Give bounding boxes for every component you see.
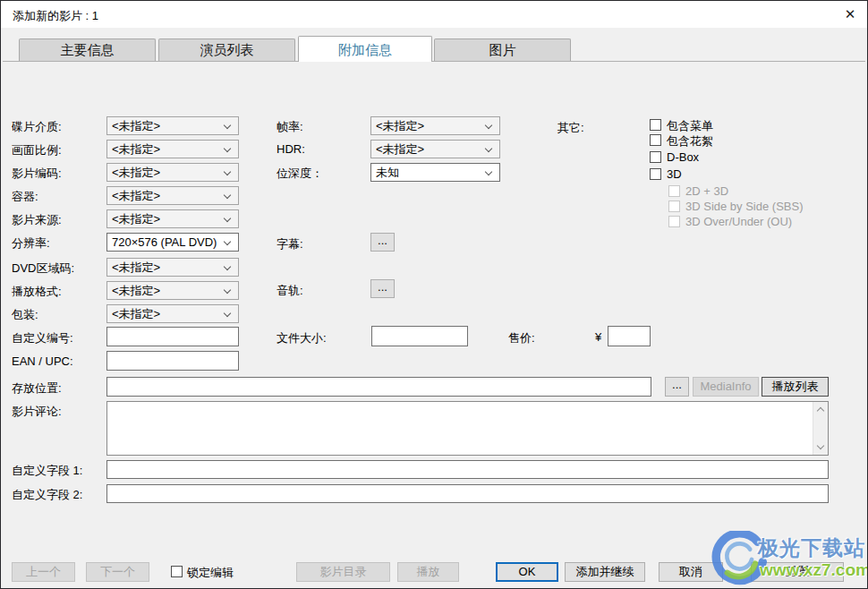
- tab-actor-list[interactable]: 演员列表: [158, 38, 295, 61]
- scroll-up-icon[interactable]: [817, 407, 824, 414]
- video-codec-select[interactable]: <未指定>: [106, 163, 239, 182]
- comments-scrollbar[interactable]: [813, 402, 828, 455]
- audio-track-label: 音轨:: [277, 283, 303, 299]
- chevron-down-icon: [224, 145, 231, 152]
- tab-main-info[interactable]: 主要信息: [19, 38, 156, 61]
- dvd-region-label: DVD区域码:: [12, 260, 74, 277]
- source-label: 影片来源:: [12, 212, 62, 228]
- select-value: <未指定>: [112, 307, 160, 320]
- hdr-select[interactable]: <未指定>: [370, 140, 500, 158]
- resolution-select[interactable]: 720×576 (PAL DVD): [106, 233, 239, 252]
- add-movie-dialog: 添加新的影片 : 1 ✕ 主要信息 演员列表 附加信息 图片 碟片介质: <未指…: [0, 0, 868, 589]
- window-title: 添加新的影片 : 1: [13, 8, 98, 24]
- framerate-select[interactable]: <未指定>: [370, 116, 500, 135]
- select-value: <未指定>: [112, 189, 160, 202]
- custom-field-2-input[interactable]: [106, 484, 829, 503]
- checkbox-includes-extras[interactable]: [650, 134, 661, 146]
- select-value: <未指定>: [112, 142, 160, 156]
- chevron-down-icon: [224, 310, 231, 317]
- select-value: <未指定>: [112, 284, 160, 297]
- framerate-label: 帧率:: [277, 119, 303, 135]
- custom-field-1-label: 自定义字段 1:: [12, 463, 82, 479]
- chevron-down-icon: [224, 286, 231, 294]
- close-icon[interactable]: ✕: [840, 5, 860, 23]
- chevron-down-icon: [224, 122, 231, 129]
- select-value: <未指定>: [112, 260, 160, 274]
- checkbox-dbox[interactable]: [650, 151, 661, 163]
- checkbox-3d-sbs: [668, 201, 680, 212]
- tabstrip-divider: [3, 61, 865, 62]
- audio-browse-button[interactable]: ...: [370, 279, 395, 298]
- chevron-down-icon: [224, 263, 231, 270]
- chevron-down-icon: [485, 145, 492, 152]
- checkbox-2d-plus-3d: [668, 185, 680, 197]
- comments-textarea[interactable]: [106, 401, 829, 456]
- playback-format-select[interactable]: <未指定>: [106, 281, 239, 300]
- comments-label: 影片评论:: [12, 404, 62, 420]
- bit-depth-label: 位深度：: [277, 166, 323, 182]
- resolution-label: 分辨率:: [12, 235, 50, 252]
- disc-medium-select[interactable]: <未指定>: [106, 116, 239, 135]
- file-size-input[interactable]: [371, 326, 468, 346]
- select-value: 未知: [376, 166, 399, 179]
- mediainfo-button: MediaInfo: [693, 377, 759, 397]
- ok-button[interactable]: OK: [496, 562, 558, 582]
- packaging-select[interactable]: <未指定>: [106, 304, 239, 323]
- select-value: <未指定>: [112, 212, 160, 226]
- watermark-site-name: 极光下载站: [758, 534, 865, 562]
- other-group-label: 其它:: [557, 120, 584, 136]
- tab-pictures[interactable]: 图片: [434, 38, 571, 61]
- location-label: 存放位置:: [12, 380, 62, 397]
- select-value: <未指定>: [112, 166, 160, 179]
- bit-depth-select[interactable]: 未知: [370, 163, 500, 182]
- chevron-down-icon: [485, 122, 492, 129]
- subtitles-label: 字幕:: [277, 236, 303, 252]
- lock-edit-checkbox[interactable]: [171, 566, 183, 577]
- checkbox-label: 包含花絮: [667, 133, 713, 149]
- hdr-label: HDR:: [277, 142, 305, 156]
- catalog-button: 影片目录: [296, 562, 390, 582]
- disc-medium-label: 碟片介质:: [12, 119, 62, 135]
- checkbox-3d[interactable]: [650, 168, 661, 180]
- play-button: 播放: [397, 562, 459, 582]
- source-select[interactable]: <未指定>: [106, 209, 239, 228]
- select-value: <未指定>: [376, 119, 424, 132]
- select-value: <未指定>: [376, 142, 424, 156]
- custom-number-input[interactable]: [106, 327, 239, 346]
- chevron-down-icon: [224, 238, 231, 245]
- chevron-down-icon: [224, 215, 231, 222]
- playlist-button[interactable]: 播放列表: [762, 377, 829, 397]
- checkbox-label: D-Box: [667, 150, 699, 164]
- lock-edit-label: 锁定编辑: [187, 565, 234, 581]
- custom-field-1-input[interactable]: [106, 460, 829, 479]
- ean-upc-label: EAN / UPC:: [12, 354, 73, 368]
- checkbox-label: 3D: [667, 167, 682, 181]
- container-select[interactable]: <未指定>: [106, 186, 239, 205]
- ean-upc-input[interactable]: [106, 351, 239, 371]
- select-value: <未指定>: [112, 119, 160, 132]
- location-browse-button[interactable]: ...: [665, 377, 689, 397]
- chevron-down-icon: [485, 168, 492, 175]
- price-label: 售价:: [508, 330, 535, 346]
- dvd-region-select[interactable]: <未指定>: [106, 258, 239, 277]
- checkbox-label: 3D Side by Side (SBS): [685, 200, 804, 213]
- checkbox-label: 3D Over/Under (OU): [685, 215, 792, 228]
- checkbox-includes-menu[interactable]: [650, 119, 661, 131]
- packaging-label: 包装:: [12, 307, 38, 323]
- file-size-label: 文件大小:: [277, 330, 327, 346]
- subtitles-browse-button[interactable]: ...: [370, 233, 395, 252]
- add-continue-button[interactable]: 添加并继续: [565, 562, 645, 582]
- previous-button: 上一个: [12, 562, 75, 582]
- price-input[interactable]: [608, 326, 651, 346]
- currency-symbol: ¥: [595, 330, 601, 344]
- aspect-ratio-select[interactable]: <未指定>: [106, 140, 239, 158]
- cancel-button[interactable]: 取消: [659, 562, 723, 582]
- custom-field-2-label: 自定义字段 2:: [12, 487, 82, 503]
- video-codec-label: 影片编码:: [12, 166, 62, 182]
- chevron-down-icon: [224, 168, 231, 175]
- scroll-down-icon[interactable]: [817, 442, 824, 449]
- tab-additional-info[interactable]: 附加信息: [298, 36, 432, 62]
- next-button: 下一个: [86, 562, 149, 582]
- location-input[interactable]: [106, 377, 651, 397]
- reset-button[interactable]: 重置: [751, 562, 844, 582]
